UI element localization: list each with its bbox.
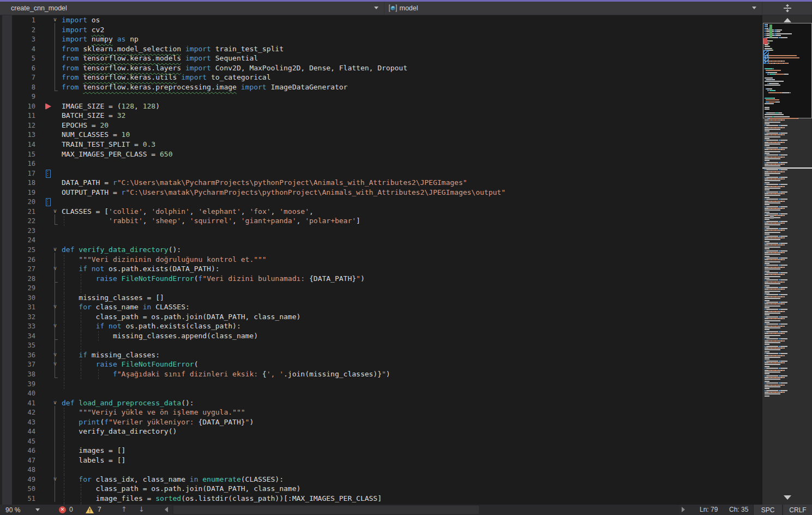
code-line[interactable]: raise FileNotFoundError(f"Veri dizini bu…: [0, 274, 762, 284]
code-line[interactable]: [0, 169, 762, 178]
fold-collapse-chevron-icon[interactable]: ∨: [51, 476, 59, 482]
member-dropdown-label: model: [400, 4, 418, 12]
code-line[interactable]: if missing_classes:: [0, 350, 762, 360]
code-line[interactable]: image_files = sorted(os.listdir(class_pa…: [0, 494, 762, 504]
code-line[interactable]: """Veri dizininin doğruluğunu kontrol et…: [0, 255, 762, 265]
code-line[interactable]: import numpy as np: [0, 34, 762, 44]
code-line[interactable]: import cv2: [0, 25, 762, 35]
minimap-scrollbar[interactable]: [762, 15, 812, 505]
code-line[interactable]: OUTPUT_PATH = r"C:\Users\matak\PycharmPr…: [0, 188, 762, 197]
code-line[interactable]: BATCH_SIZE = 32: [0, 111, 762, 121]
code-line[interactable]: print(f"Veriler yükleniyor: {DATA_PATH}"…: [0, 417, 762, 427]
column-indicator[interactable]: Ch: 35: [729, 506, 748, 513]
breakpoint-mark-red-icon: [763, 38, 767, 44]
code-line[interactable]: IMAGE_SIZE = (128, 128): [0, 101, 762, 111]
code-line[interactable]: if not os.path.exists(class_path):: [0, 321, 762, 331]
code-line[interactable]: [0, 159, 762, 169]
code-line[interactable]: [0, 379, 762, 389]
caret-mark-icon[interactable]: [46, 170, 51, 178]
split-window-button[interactable]: [762, 2, 812, 15]
code-line[interactable]: TRAIN_TEST_SPLIT = 0.3: [0, 140, 762, 149]
fold-guide-line: [55, 272, 55, 282]
error-icon[interactable]: ✕: [59, 506, 66, 513]
code-line[interactable]: class_path = os.path.join(DATA_PATH, cla…: [0, 312, 762, 322]
code-line[interactable]: from tensorflow.keras.preprocessing.imag…: [0, 82, 762, 92]
code-line[interactable]: labels = []: [0, 456, 762, 465]
code-line[interactable]: class_path = os.path.join(DATA_PATH, cla…: [0, 484, 762, 494]
indent-guide: [64, 465, 64, 475]
chevron-down-icon: [374, 7, 378, 9]
code-line[interactable]: [0, 92, 762, 101]
code-line[interactable]: MAX_IMAGES_PER_CLASS = 650: [0, 149, 762, 159]
code-line[interactable]: [0, 226, 762, 236]
code-line[interactable]: for class_name in CLASSES:: [0, 302, 762, 312]
horizontal-scrollbar-thumb[interactable]: [173, 506, 479, 514]
scroll-up-icon[interactable]: [784, 18, 791, 22]
tracepoint-arrow-icon[interactable]: [45, 103, 51, 110]
fold-collapse-chevron-icon[interactable]: ∨: [51, 246, 59, 252]
previous-issue-button[interactable]: ↑: [121, 505, 127, 513]
fold-collapse-chevron-icon[interactable]: ∨: [51, 16, 59, 22]
fold-collapse-chevron-icon[interactable]: ∨: [51, 399, 59, 405]
code-line[interactable]: def load_and_preprocess_data():: [0, 398, 762, 408]
fold-collapse-chevron-icon[interactable]: ∨: [51, 351, 59, 357]
chevron-down-icon: [35, 508, 40, 511]
caret-mark-icon[interactable]: [46, 198, 51, 206]
code-line[interactable]: missing_classes.append(class_name): [0, 331, 762, 341]
code-editor[interactable]: 1234567891011121314151617181920212223242…: [0, 15, 762, 505]
fold-guide-tick: [55, 282, 58, 283]
horizontal-scrollbar[interactable]: [172, 505, 679, 515]
scroll-down-icon[interactable]: [784, 495, 791, 500]
whitespace-indicator[interactable]: SPC: [753, 505, 782, 515]
code-line[interactable]: from tensorflow.keras.layers import Conv…: [0, 63, 762, 73]
code-line[interactable]: from tensorflow.keras.utils import to_ca…: [0, 73, 762, 82]
code-line[interactable]: [0, 388, 762, 398]
next-issue-button[interactable]: ↓: [139, 505, 145, 513]
scroll-right-icon[interactable]: [682, 507, 685, 512]
code-line[interactable]: if not os.path.exists(DATA_PATH):: [0, 264, 762, 274]
code-line[interactable]: """Veriyi yükle ve ön işleme uygula.""": [0, 408, 762, 417]
code-line[interactable]: [0, 340, 762, 350]
indent-guide: [64, 283, 64, 293]
error-count[interactable]: 0: [69, 506, 73, 513]
line-indicator[interactable]: Ln: 79: [700, 506, 718, 513]
fold-guide-tick: [55, 91, 58, 91]
fold-guide-tick: [55, 224, 58, 225]
zoom-level-label: 90 %: [5, 506, 20, 514]
fold-collapse-chevron-icon[interactable]: ∨: [51, 303, 59, 309]
code-line[interactable]: raise FileNotFoundError(: [0, 360, 762, 369]
code-line[interactable]: [0, 436, 762, 446]
fold-collapse-chevron-icon[interactable]: ∨: [51, 265, 59, 271]
code-line[interactable]: f"Aşağıdaki sınıf dizinleri eksik: {', '…: [0, 369, 762, 379]
code-line[interactable]: verify_data_directory(): [0, 427, 762, 436]
code-line[interactable]: import os: [0, 15, 762, 25]
eol-indicator[interactable]: CRLF: [783, 505, 812, 515]
code-line[interactable]: [0, 235, 762, 245]
code-line[interactable]: for class_idx, class_name in enumerate(C…: [0, 475, 762, 484]
code-line[interactable]: def verify_data_directory():: [0, 245, 762, 255]
code-line[interactable]: from tensorflow.keras.models import Sequ…: [0, 53, 762, 63]
zoom-selector[interactable]: 90 %: [5, 505, 40, 515]
scope-dropdown[interactable]: create_cnn_model: [0, 2, 384, 15]
scroll-left-icon[interactable]: [165, 507, 168, 512]
changes-bar-green-icon: [769, 25, 772, 38]
scope-dropdown-label: create_cnn_model: [11, 4, 67, 12]
warning-icon[interactable]: !: [86, 506, 94, 513]
navigation-bar: create_cnn_model model: [0, 2, 812, 15]
code-line[interactable]: CLASSES = ['collie', 'dolphin', 'elephan…: [0, 207, 762, 217]
code-line[interactable]: DATA_PATH = r"C:\Users\matak\PycharmProj…: [0, 178, 762, 188]
member-dropdown[interactable]: model: [384, 2, 762, 15]
fold-collapse-chevron-icon[interactable]: ∨: [51, 208, 59, 214]
code-line[interactable]: [0, 197, 762, 207]
code-line[interactable]: missing_classes = []: [0, 293, 762, 303]
code-line[interactable]: [0, 465, 762, 475]
code-line[interactable]: [0, 283, 762, 293]
code-line[interactable]: from sklearn.model_selection import trai…: [0, 44, 762, 54]
fold-collapse-chevron-icon[interactable]: ∨: [51, 322, 59, 328]
code-line[interactable]: EPOCHS = 20: [0, 121, 762, 130]
code-line[interactable]: 'rabbit', 'sheep', 'squirrel', 'giant+pa…: [0, 216, 762, 226]
code-line[interactable]: NUM_CLASSES = 10: [0, 130, 762, 140]
code-line[interactable]: images = []: [0, 446, 762, 456]
warning-count[interactable]: 7: [98, 506, 101, 513]
fold-collapse-chevron-icon[interactable]: ∨: [51, 361, 59, 367]
